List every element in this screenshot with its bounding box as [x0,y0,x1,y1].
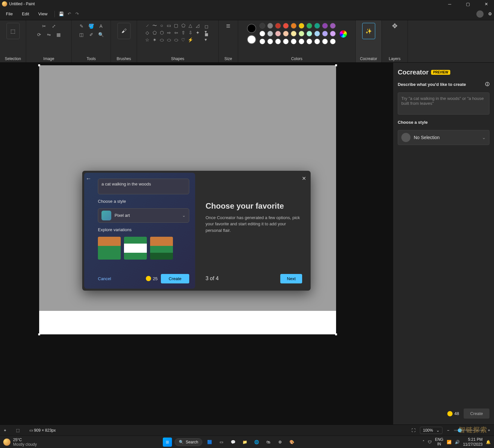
color-swatch[interactable] [267,39,273,44]
color-swatch[interactable] [283,23,289,29]
color-swatch[interactable] [259,39,265,44]
color-swatch[interactable] [330,23,336,29]
color-swatch[interactable] [314,39,320,44]
menu-file[interactable]: File [2,9,17,18]
color-2-swatch[interactable] [247,35,256,44]
settings-icon[interactable]: ⚙ [488,11,492,16]
ribbon-group-layers[interactable]: ❖ Layers [382,20,408,62]
color-1-swatch[interactable] [247,24,256,33]
color-swatch[interactable] [322,39,328,44]
color-swatch[interactable] [299,39,304,44]
ribbon-group-cocreator[interactable]: ✨ Cocreator [356,20,382,62]
color-swatch[interactable] [314,23,320,29]
taskbar-explorer-icon[interactable]: 📁 [240,438,249,447]
start-button[interactable]: ⊞ [163,438,172,447]
color-swatch[interactable] [283,39,289,44]
modal-back-button[interactable]: ← [85,175,91,182]
taskbar-search[interactable]: 🔍 Search [175,438,202,446]
color-swatch[interactable] [275,23,281,29]
modal-create-button[interactable]: Create [161,274,189,283]
tray-notifications-icon[interactable]: 🔔 [486,440,491,444]
color-swatch[interactable] [291,31,297,37]
color-swatch[interactable] [306,31,312,37]
menu-edit[interactable]: Edit [18,9,33,18]
menu-view[interactable]: View [34,9,51,18]
color-picker-icon[interactable]: ✐ [88,31,95,38]
color-swatch[interactable] [322,31,328,37]
variation-thumbnail[interactable] [124,237,147,260]
zoom-in-icon[interactable]: + [488,428,490,433]
shape-outline-icon[interactable]: ◻ ▾ [205,26,211,32]
color-swatch[interactable] [283,31,289,37]
selection-tool-icon[interactable]: ⬚ [7,23,20,39]
color-swatch[interactable] [306,39,312,44]
shapes-palette[interactable]: ⟋〜○▭▢⬠△◿ ◇⬠⬡⇨⇦⇧⇩✦ ☆✶⬭⬭⬭♡⚡ [145,23,201,43]
info-icon[interactable]: ⓘ [485,81,489,87]
taskbar-taskview-icon[interactable]: ▭ [217,438,226,447]
transparent-icon[interactable]: ▦ [55,31,62,38]
minimize-button[interactable]: ─ [444,2,455,7]
taskbar-teams-icon[interactable]: 💬 [228,438,238,447]
close-button[interactable]: ✕ [480,2,492,7]
text-icon[interactable]: A [98,23,104,29]
color-swatch[interactable] [275,39,281,44]
save-icon[interactable]: 💾 [58,11,65,17]
color-swatch[interactable] [314,31,320,37]
color-swatch[interactable] [291,23,297,29]
zoom-out-icon[interactable]: − [447,428,449,433]
color-swatch[interactable] [306,23,312,29]
brushes-tool-icon[interactable]: 🖌 [117,23,131,39]
taskbar-paint-icon[interactable]: 🎨 [287,438,296,447]
tray-overflow-icon[interactable]: ˄ [423,440,425,444]
modal-prompt-input[interactable]: a cat walking in the woods [98,179,189,194]
edit-colors-icon[interactable] [340,30,347,38]
size-icon[interactable]: ≡ [225,23,232,29]
undo-icon[interactable]: ↶ [66,11,72,17]
color-swatch[interactable] [259,23,265,29]
fit-to-window-icon[interactable]: ⛶ [411,428,415,433]
panel-create-button[interactable]: Create [464,408,489,419]
redo-icon[interactable]: ↷ [74,11,80,17]
variation-thumbnail[interactable] [98,237,121,260]
taskbar-edge-icon[interactable]: 🌐 [252,438,261,447]
tray-clock[interactable]: 5:21 PM11/27/2023 [463,437,483,447]
color-swatch[interactable] [322,23,328,29]
resize-icon[interactable]: ⤢ [51,23,57,29]
pencil-icon[interactable]: ✎ [78,23,85,29]
color-swatch[interactable] [291,39,297,44]
eraser-icon[interactable]: ◫ [78,31,85,38]
crop-icon[interactable]: ✂ [41,23,47,29]
taskbar-settings-icon[interactable]: ⚙ [275,438,285,447]
taskbar-store-icon[interactable]: 🛍 [264,438,273,447]
flip-icon[interactable]: ⇋ [46,31,52,38]
color-swatch[interactable] [299,23,304,29]
modal-style-select[interactable]: Pixel art ⌄ [98,208,189,223]
rotate-icon[interactable]: ⟳ [36,31,42,38]
taskbar-copilot-icon[interactable]: 🟦 [205,438,214,447]
panel-prompt-input[interactable]: Try "a cat walking in the woods" or "a h… [398,92,489,115]
color-swatch[interactable] [275,31,281,37]
tray-volume-icon[interactable]: 🔊 [455,440,460,444]
zoom-select[interactable]: 100% ⌄ [420,427,442,434]
tray-security-icon[interactable]: 🛡 [428,440,432,444]
magnifier-icon[interactable]: 🔍 [98,31,104,38]
tray-wifi-icon[interactable]: 📶 [447,440,452,444]
fill-icon[interactable]: 🪣 [88,23,95,29]
modal-cancel-button[interactable]: Cancel [98,276,111,281]
color-palette[interactable] [259,23,336,45]
canvas-area[interactable]: ← ✕ a cat walking in the woods Choose a … [0,63,393,424]
shape-fill-icon[interactable]: ◼ ▾ [205,34,211,40]
modal-close-button[interactable]: ✕ [302,175,306,182]
taskbar-weather[interactable]: 25°C Mostly cloudy [3,438,37,447]
color-swatch[interactable] [259,31,265,37]
variation-thumbnail[interactable] [150,237,173,260]
maximize-button[interactable]: ▢ [462,2,474,7]
color-swatch[interactable] [267,23,273,29]
color-swatch[interactable] [330,39,336,44]
modal-next-button[interactable]: Next [280,274,302,283]
user-avatar-icon[interactable] [476,10,484,18]
tray-language[interactable]: ENGIN [435,438,443,446]
color-swatch[interactable] [299,31,304,37]
color-swatch[interactable] [330,31,336,37]
panel-style-select[interactable]: No Selection ⌄ [398,130,489,145]
